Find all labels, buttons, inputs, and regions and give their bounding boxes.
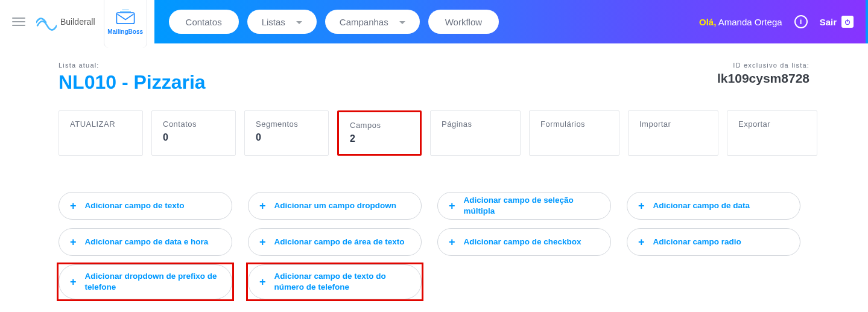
tab-count: 0 bbox=[163, 132, 224, 143]
tab-segmentos[interactable]: Segmentos 0 bbox=[244, 110, 329, 156]
current-list-label: Lista atual: bbox=[59, 62, 206, 69]
add-phone-number-text-button[interactable]: +Adicionar campo de texto do número de t… bbox=[248, 264, 422, 299]
greeting-word: Olá, bbox=[699, 17, 716, 27]
builderall-wave-icon bbox=[36, 11, 57, 32]
chevron-down-icon bbox=[296, 21, 302, 24]
plus-icon: + bbox=[70, 236, 77, 249]
add-field-grid: +Adicionar campo de texto +Adicionar um … bbox=[59, 192, 809, 299]
add-textarea-field-button[interactable]: +Adicionar campo de área de texto bbox=[248, 228, 422, 256]
add-phone-prefix-dropdown-button[interactable]: +Adicionar dropdown de prefixo de telefo… bbox=[59, 264, 232, 299]
tab-label: Contatos bbox=[163, 119, 224, 129]
btn-label: Adicionar campo de data e hora bbox=[85, 237, 209, 247]
nav-contacts-label: Contatos bbox=[186, 17, 222, 27]
tab-label: Campos bbox=[350, 121, 409, 130]
tab-label: Páginas bbox=[442, 119, 509, 129]
app-tab-mailingboss[interactable]: MailingBoss bbox=[104, 0, 147, 48]
tab-label: Formulários bbox=[540, 119, 608, 129]
nav-workflow-label: Workflow bbox=[445, 17, 482, 27]
tabs-row: ATUALIZAR Contatos 0 Segmentos 0 Campos … bbox=[59, 110, 809, 156]
btn-label: Adicionar campo de seleção múltipla bbox=[464, 195, 600, 216]
topbar: Builderall MailingBoss Contatos Listas C… bbox=[0, 0, 868, 43]
title-row: Lista atual: NL010 - Pizzaria ID exclusi… bbox=[59, 62, 809, 94]
nav-workflow[interactable]: Workflow bbox=[428, 10, 499, 34]
tab-label: Importar bbox=[639, 119, 707, 129]
builderall-text: Builderall bbox=[60, 17, 95, 27]
unique-id-label: ID exclusivo da lista: bbox=[717, 62, 809, 69]
tab-count: 0 bbox=[256, 132, 317, 143]
plus-icon: + bbox=[259, 276, 266, 288]
plus-icon: + bbox=[638, 200, 645, 212]
tab-formularios[interactable]: Formulários bbox=[529, 110, 619, 156]
plus-icon: + bbox=[259, 200, 266, 212]
nav-contacts[interactable]: Contatos bbox=[169, 10, 239, 34]
title-right: ID exclusivo da lista: lk109cysm8728 bbox=[717, 62, 809, 86]
tab-label: ATUALIZAR bbox=[70, 119, 131, 129]
btn-label: Adicionar dropdown de prefixo de telefon… bbox=[85, 271, 221, 292]
power-icon bbox=[841, 16, 854, 28]
btn-label: Adicionar campo de checkbox bbox=[464, 237, 581, 247]
plus-icon: + bbox=[70, 200, 77, 212]
tab-paginas[interactable]: Páginas bbox=[430, 110, 521, 156]
tab-label: Segmentos bbox=[256, 119, 317, 129]
user-greeting: Olá, Amanda Ortega bbox=[699, 17, 782, 27]
nav-campaigns-label: Campanhas bbox=[340, 17, 388, 27]
btn-label: Adicionar campo de texto do número de te… bbox=[274, 271, 410, 292]
logout-button[interactable]: Sair bbox=[820, 16, 854, 28]
add-checkbox-field-button[interactable]: +Adicionar campo de checkbox bbox=[437, 228, 611, 256]
btn-label: Adicionar um campo dropdown bbox=[274, 200, 397, 211]
content-area: Lista atual: NL010 - Pizzaria ID exclusi… bbox=[0, 43, 868, 312]
mailingboss-icon bbox=[115, 9, 136, 26]
nav-campaigns[interactable]: Campanhas bbox=[325, 10, 420, 34]
tab-exportar[interactable]: Exportar bbox=[727, 110, 817, 156]
tab-label: Exportar bbox=[738, 119, 806, 129]
plus-icon: + bbox=[259, 236, 266, 249]
tab-count: 2 bbox=[350, 133, 409, 144]
info-icon[interactable]: i bbox=[794, 15, 808, 28]
plus-icon: + bbox=[449, 236, 455, 249]
btn-label: Adicionar campo de texto bbox=[85, 200, 185, 211]
title-left: Lista atual: NL010 - Pizzaria bbox=[59, 62, 206, 94]
nav-lists-label: Listas bbox=[262, 17, 285, 27]
add-multiselect-field-button[interactable]: +Adicionar campo de seleção múltipla bbox=[437, 192, 611, 220]
btn-label: Adicionar campo de data bbox=[653, 200, 750, 211]
builderall-logo[interactable]: Builderall bbox=[36, 11, 95, 32]
unique-id-value: lk109cysm8728 bbox=[717, 71, 809, 86]
tab-campos[interactable]: Campos 2 bbox=[337, 110, 422, 156]
add-dropdown-field-button[interactable]: +Adicionar um campo dropdown bbox=[248, 192, 422, 220]
topbar-right: Olá, Amanda Ortega i Sair bbox=[699, 15, 854, 28]
btn-label: Adicionar campo radio bbox=[653, 237, 741, 247]
current-list-name: NL010 - Pizzaria bbox=[59, 71, 206, 94]
btn-label: Adicionar campo de área de texto bbox=[274, 237, 405, 247]
add-datetime-field-button[interactable]: +Adicionar campo de data e hora bbox=[59, 228, 232, 256]
scroll-indicator bbox=[866, 0, 868, 43]
plus-icon: + bbox=[70, 276, 77, 288]
nav-lists[interactable]: Listas bbox=[247, 10, 317, 34]
tab-atualizar[interactable]: ATUALIZAR bbox=[59, 110, 143, 156]
app-tab-label: MailingBoss bbox=[107, 28, 143, 35]
hamburger-menu-icon[interactable] bbox=[12, 18, 25, 26]
svg-rect-0 bbox=[116, 13, 134, 24]
tab-contatos[interactable]: Contatos 0 bbox=[151, 110, 236, 156]
tab-importar[interactable]: Importar bbox=[628, 110, 718, 156]
topbar-left-white: Builderall MailingBoss bbox=[0, 0, 154, 43]
plus-icon: + bbox=[449, 200, 455, 212]
add-date-field-button[interactable]: +Adicionar campo de data bbox=[627, 192, 800, 220]
logout-label: Sair bbox=[820, 17, 837, 27]
plus-icon: + bbox=[638, 236, 645, 249]
add-text-field-button[interactable]: +Adicionar campo de texto bbox=[59, 192, 232, 220]
chevron-down-icon bbox=[399, 21, 405, 24]
topbar-gradient: Contatos Listas Campanhas Workflow Olá, … bbox=[154, 0, 868, 43]
user-name: Amanda Ortega bbox=[718, 17, 782, 27]
add-radio-field-button[interactable]: +Adicionar campo radio bbox=[627, 228, 800, 256]
